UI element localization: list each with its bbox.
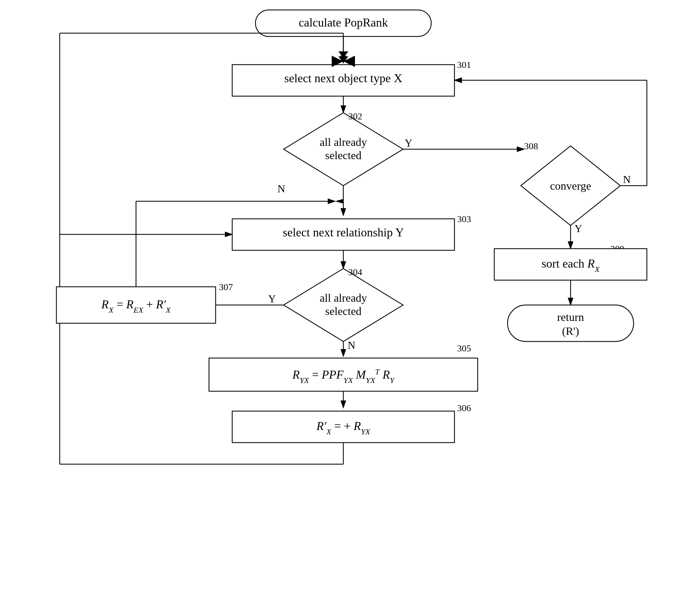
- id-305-label: 305: [457, 343, 471, 353]
- svg-marker-11: [335, 199, 343, 203]
- label-302a: all already: [320, 136, 367, 148]
- label-308-y: Y: [575, 222, 582, 235]
- id-306-label: 306: [457, 403, 471, 413]
- label-304a: all already: [320, 292, 367, 304]
- flowchart: calculate PopRank select next object typ…: [0, 0, 686, 616]
- id-302: 302: [348, 111, 362, 122]
- start-label: calculate PopRank: [299, 16, 388, 29]
- label-303: select next relationship Y: [283, 226, 404, 239]
- label-301: select next object type X: [284, 72, 402, 85]
- label-308: converge: [550, 180, 591, 192]
- label-304-y: Y: [268, 293, 276, 305]
- id-301: 301: [457, 60, 471, 70]
- id-308: 308: [524, 141, 538, 151]
- label-304b: selected: [325, 305, 362, 317]
- label-302b: selected: [325, 149, 362, 161]
- label-308-n: N: [623, 173, 630, 185]
- id-307: 307: [219, 282, 233, 292]
- id-304: 304: [348, 267, 362, 277]
- end-label-line2: (R'): [562, 325, 579, 337]
- label-302-y: Y: [405, 137, 412, 149]
- end-label-line1: return: [557, 311, 584, 323]
- node-307: [57, 287, 216, 323]
- label-302-n: N: [277, 183, 285, 195]
- id-303: 303: [457, 214, 471, 224]
- label-304-n: N: [348, 339, 355, 351]
